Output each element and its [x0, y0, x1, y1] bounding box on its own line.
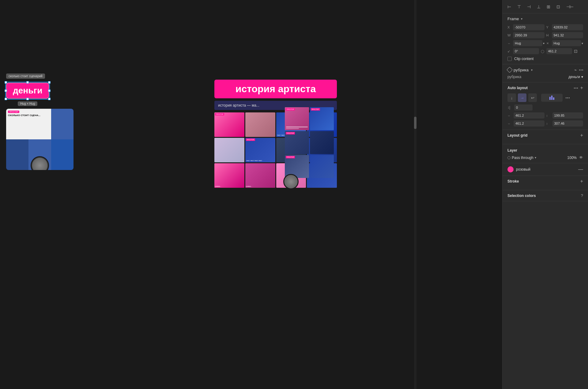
- dengi-element[interactable]: сколько стоит сценарий деньги Hug × Hug: [6, 83, 49, 99]
- clip-content-label: Clip content: [514, 57, 533, 61]
- align-right-icon[interactable]: ⊣: [526, 4, 532, 10]
- align-grid-container: [541, 94, 563, 102]
- article-bottom-3: [51, 139, 74, 170]
- clip-content-checkbox[interactable]: [507, 57, 512, 61]
- dir-right-btn[interactable]: →: [518, 93, 526, 102]
- y-input[interactable]: [552, 24, 583, 30]
- extra-cards: ПРОСТОР ПРОСТОР ПРОСТОР ПРОСТОР: [285, 107, 334, 178]
- hug-y-input[interactable]: [552, 40, 581, 46]
- frame-title: Frame: [507, 17, 519, 21]
- h-input[interactable]: [552, 32, 583, 38]
- w-label: W: [507, 33, 512, 37]
- align-bottom-icon[interactable]: ⊡: [555, 4, 561, 10]
- size-h2-input[interactable]: [552, 120, 583, 127]
- w-input[interactable]: [513, 32, 545, 38]
- layer-section: Layer Pass through ▾ 100% 👁: [503, 144, 588, 163]
- rubric-section: рубрика ▾ ⌁ рубрика деньги ▾: [503, 64, 588, 82]
- hug-y-chevron[interactable]: ▾: [582, 42, 583, 45]
- historia-cell-10: универ...: [245, 163, 275, 188]
- handle-bl[interactable]: [5, 98, 7, 100]
- fill-name: розовый: [516, 167, 576, 172]
- radius-label: ◯: [541, 50, 545, 53]
- layer-mode-icon: [507, 156, 511, 159]
- handle-tr[interactable]: [48, 81, 51, 84]
- more-menu[interactable]: [579, 70, 583, 70]
- distribute-icon[interactable]: ⊣⊢: [565, 4, 575, 10]
- article-card: ПРОСТОР СКОЛЬКО СТОИТ СЦЕНА...: [6, 109, 74, 170]
- size-w-icon: ↔: [507, 114, 512, 117]
- article-logo: ПРОСТОР: [8, 111, 19, 113]
- link-icon[interactable]: ⌁: [574, 67, 577, 72]
- size-w1-input[interactable]: [514, 112, 545, 119]
- x-label: X: [507, 25, 512, 29]
- spacing-input[interactable]: [514, 104, 533, 111]
- rubric-value-text: деньги: [568, 75, 580, 79]
- align-center-h-icon[interactable]: ⊤: [516, 4, 522, 10]
- size-h1-input[interactable]: [552, 112, 583, 119]
- auto-layout-more[interactable]: [574, 88, 578, 89]
- stroke-section: Stroke +: [503, 176, 588, 190]
- extra-cell-1: ПРОСТОР: [285, 107, 309, 130]
- auto-layout-add[interactable]: +: [580, 85, 583, 90]
- fill-remove[interactable]: —: [578, 167, 583, 172]
- extra-cell-3: ПРОСТОР: [285, 131, 309, 154]
- handle-br[interactable]: [48, 98, 51, 100]
- angle-label: ↙: [507, 49, 512, 53]
- rubric-value-chevron[interactable]: ▾: [581, 75, 583, 79]
- align-bars-icon: [549, 96, 554, 100]
- hug-x-icon: ↔: [507, 42, 512, 45]
- auto-layout-section: Auto layout + ↓ → ↩: [503, 82, 588, 130]
- stroke-add[interactable]: +: [580, 179, 583, 184]
- eye-icon[interactable]: 👁: [579, 155, 583, 160]
- hug-badge: Hug × Hug: [18, 101, 37, 106]
- layer-chevron[interactable]: ▾: [535, 156, 536, 159]
- stroke-title: Stroke: [507, 179, 519, 183]
- size-w2-input[interactable]: [514, 120, 545, 127]
- size-h2-icon: ↕: [546, 122, 551, 125]
- dir-down-btn[interactable]: ↓: [507, 93, 516, 102]
- tooltip-label: сколько стоит сценарий: [6, 74, 45, 79]
- historia-cell-9: универ...: [214, 163, 244, 188]
- historia-cell-1: ПРОСТОР: [214, 112, 244, 137]
- selection-colors-help[interactable]: ?: [581, 193, 583, 198]
- historia-cell-5: [214, 138, 244, 162]
- hug-x-chevron[interactable]: ▾: [543, 42, 545, 45]
- size-h-icon: ↕: [546, 114, 551, 117]
- radius-input[interactable]: [546, 48, 572, 54]
- scrollbar-thumb[interactable]: [414, 117, 417, 129]
- fill-section: розовый —: [503, 163, 588, 176]
- vertical-scrollbar[interactable]: [414, 0, 417, 389]
- expand-icon[interactable]: ⊡: [574, 49, 583, 54]
- frame-chevron[interactable]: ▾: [521, 17, 522, 21]
- fill-color-swatch[interactable]: [507, 166, 514, 172]
- layer-opacity: 100%: [567, 156, 577, 160]
- hug-x-input[interactable]: [513, 40, 542, 46]
- panel-toolbar: ⊢ ⊤ ⊣ ⊥ ⊞ ⊡ ⊣⊢: [503, 0, 588, 13]
- angle-input[interactable]: [513, 48, 539, 54]
- h-label: H: [546, 33, 551, 37]
- extra-cell-6: [310, 155, 334, 178]
- article-bottom-1: [6, 139, 28, 170]
- layout-grid-add[interactable]: +: [580, 133, 583, 138]
- x-input[interactable]: [513, 24, 545, 30]
- auto-layout-title: Auto layout: [507, 86, 528, 90]
- hug-y-icon: ✕: [546, 42, 551, 45]
- align-left-icon[interactable]: ⊢: [506, 4, 512, 10]
- layer-mode[interactable]: Pass through ▾: [507, 156, 565, 160]
- size-w2-icon: ↔: [507, 122, 512, 125]
- layer-mode-text: Pass through: [512, 156, 533, 160]
- article-side-cell: [51, 109, 74, 139]
- diamond-icon: [507, 67, 513, 73]
- right-panel: ⊢ ⊤ ⊣ ⊥ ⊞ ⊡ ⊣⊢ Frame ▾ X Y W H: [502, 0, 588, 389]
- align-top-icon[interactable]: ⊥: [536, 4, 542, 10]
- dir-wrap-btn[interactable]: ↩: [528, 93, 537, 102]
- align-center-v-icon[interactable]: ⊞: [545, 4, 552, 10]
- align-more[interactable]: [566, 97, 570, 98]
- rubric-key: рубрика: [507, 75, 521, 79]
- dengi-label[interactable]: деньги: [6, 83, 49, 99]
- extra-cell-4: [310, 131, 334, 154]
- historia-title: история артиста: [214, 80, 337, 98]
- selection-colors-section: Selection colors ?: [503, 190, 588, 201]
- rubric-chevron[interactable]: ▾: [531, 68, 533, 72]
- selection-colors-title: Selection colors: [507, 194, 536, 198]
